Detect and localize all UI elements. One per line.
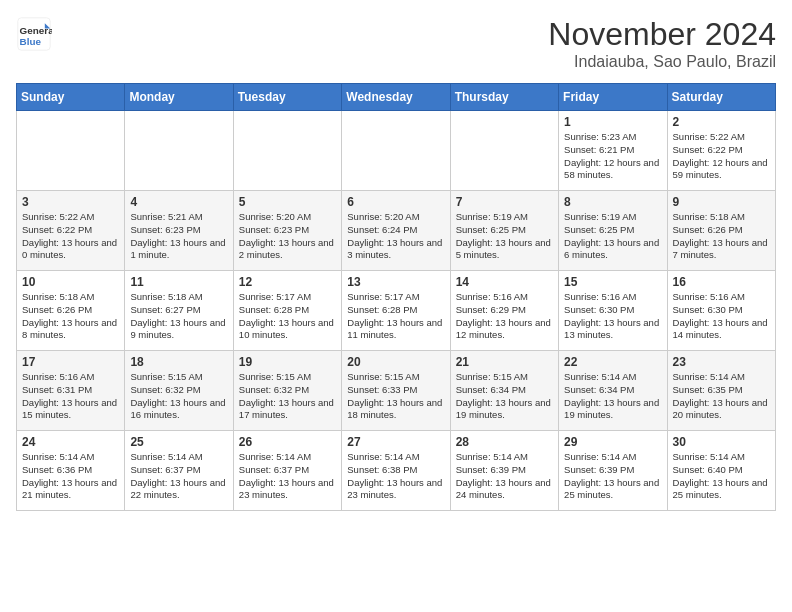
day-info: Sunrise: 5:14 AMSunset: 6:40 PMDaylight:… bbox=[673, 451, 770, 502]
day-number: 5 bbox=[239, 195, 336, 209]
cell-4-0: 24Sunrise: 5:14 AMSunset: 6:36 PMDayligh… bbox=[17, 431, 125, 511]
day-number: 3 bbox=[22, 195, 119, 209]
cell-2-4: 14Sunrise: 5:16 AMSunset: 6:29 PMDayligh… bbox=[450, 271, 558, 351]
cell-3-0: 17Sunrise: 5:16 AMSunset: 6:31 PMDayligh… bbox=[17, 351, 125, 431]
day-number: 10 bbox=[22, 275, 119, 289]
logo-icon: General Blue bbox=[16, 16, 52, 52]
day-number: 25 bbox=[130, 435, 227, 449]
day-number: 11 bbox=[130, 275, 227, 289]
day-number: 24 bbox=[22, 435, 119, 449]
day-number: 4 bbox=[130, 195, 227, 209]
day-info: Sunrise: 5:21 AMSunset: 6:23 PMDaylight:… bbox=[130, 211, 227, 262]
page-subtitle: Indaiauba, Sao Paulo, Brazil bbox=[548, 53, 776, 71]
cell-0-4 bbox=[450, 111, 558, 191]
day-number: 8 bbox=[564, 195, 661, 209]
cell-4-4: 28Sunrise: 5:14 AMSunset: 6:39 PMDayligh… bbox=[450, 431, 558, 511]
svg-text:Blue: Blue bbox=[20, 36, 42, 47]
day-number: 14 bbox=[456, 275, 553, 289]
cell-4-1: 25Sunrise: 5:14 AMSunset: 6:37 PMDayligh… bbox=[125, 431, 233, 511]
cell-2-6: 16Sunrise: 5:16 AMSunset: 6:30 PMDayligh… bbox=[667, 271, 775, 351]
day-number: 9 bbox=[673, 195, 770, 209]
day-number: 18 bbox=[130, 355, 227, 369]
day-info: Sunrise: 5:14 AMSunset: 6:36 PMDaylight:… bbox=[22, 451, 119, 502]
day-info: Sunrise: 5:22 AMSunset: 6:22 PMDaylight:… bbox=[22, 211, 119, 262]
cell-0-2 bbox=[233, 111, 341, 191]
week-row-0: 1Sunrise: 5:23 AMSunset: 6:21 PMDaylight… bbox=[17, 111, 776, 191]
day-info: Sunrise: 5:14 AMSunset: 6:37 PMDaylight:… bbox=[130, 451, 227, 502]
cell-2-2: 12Sunrise: 5:17 AMSunset: 6:28 PMDayligh… bbox=[233, 271, 341, 351]
day-number: 27 bbox=[347, 435, 444, 449]
day-number: 23 bbox=[673, 355, 770, 369]
cell-4-3: 27Sunrise: 5:14 AMSunset: 6:38 PMDayligh… bbox=[342, 431, 450, 511]
cell-0-5: 1Sunrise: 5:23 AMSunset: 6:21 PMDaylight… bbox=[559, 111, 667, 191]
day-info: Sunrise: 5:14 AMSunset: 6:38 PMDaylight:… bbox=[347, 451, 444, 502]
day-info: Sunrise: 5:15 AMSunset: 6:32 PMDaylight:… bbox=[130, 371, 227, 422]
day-number: 26 bbox=[239, 435, 336, 449]
week-row-3: 17Sunrise: 5:16 AMSunset: 6:31 PMDayligh… bbox=[17, 351, 776, 431]
day-info: Sunrise: 5:15 AMSunset: 6:34 PMDaylight:… bbox=[456, 371, 553, 422]
day-info: Sunrise: 5:14 AMSunset: 6:39 PMDaylight:… bbox=[564, 451, 661, 502]
day-info: Sunrise: 5:16 AMSunset: 6:30 PMDaylight:… bbox=[564, 291, 661, 342]
day-number: 21 bbox=[456, 355, 553, 369]
day-info: Sunrise: 5:22 AMSunset: 6:22 PMDaylight:… bbox=[673, 131, 770, 182]
day-info: Sunrise: 5:16 AMSunset: 6:31 PMDaylight:… bbox=[22, 371, 119, 422]
day-info: Sunrise: 5:19 AMSunset: 6:25 PMDaylight:… bbox=[564, 211, 661, 262]
week-row-1: 3Sunrise: 5:22 AMSunset: 6:22 PMDaylight… bbox=[17, 191, 776, 271]
week-row-2: 10Sunrise: 5:18 AMSunset: 6:26 PMDayligh… bbox=[17, 271, 776, 351]
cell-1-1: 4Sunrise: 5:21 AMSunset: 6:23 PMDaylight… bbox=[125, 191, 233, 271]
cell-1-5: 8Sunrise: 5:19 AMSunset: 6:25 PMDaylight… bbox=[559, 191, 667, 271]
day-number: 7 bbox=[456, 195, 553, 209]
day-number: 2 bbox=[673, 115, 770, 129]
day-info: Sunrise: 5:14 AMSunset: 6:35 PMDaylight:… bbox=[673, 371, 770, 422]
day-number: 16 bbox=[673, 275, 770, 289]
cell-0-3 bbox=[342, 111, 450, 191]
day-number: 1 bbox=[564, 115, 661, 129]
day-number: 22 bbox=[564, 355, 661, 369]
day-number: 13 bbox=[347, 275, 444, 289]
cell-3-1: 18Sunrise: 5:15 AMSunset: 6:32 PMDayligh… bbox=[125, 351, 233, 431]
day-number: 19 bbox=[239, 355, 336, 369]
logo: General Blue bbox=[16, 16, 52, 52]
header-saturday: Saturday bbox=[667, 84, 775, 111]
cell-4-6: 30Sunrise: 5:14 AMSunset: 6:40 PMDayligh… bbox=[667, 431, 775, 511]
cell-2-3: 13Sunrise: 5:17 AMSunset: 6:28 PMDayligh… bbox=[342, 271, 450, 351]
cell-3-3: 20Sunrise: 5:15 AMSunset: 6:33 PMDayligh… bbox=[342, 351, 450, 431]
header-sunday: Sunday bbox=[17, 84, 125, 111]
day-number: 15 bbox=[564, 275, 661, 289]
cell-2-0: 10Sunrise: 5:18 AMSunset: 6:26 PMDayligh… bbox=[17, 271, 125, 351]
day-info: Sunrise: 5:18 AMSunset: 6:26 PMDaylight:… bbox=[22, 291, 119, 342]
header-row: Sunday Monday Tuesday Wednesday Thursday… bbox=[17, 84, 776, 111]
cell-1-0: 3Sunrise: 5:22 AMSunset: 6:22 PMDaylight… bbox=[17, 191, 125, 271]
day-number: 20 bbox=[347, 355, 444, 369]
cell-1-4: 7Sunrise: 5:19 AMSunset: 6:25 PMDaylight… bbox=[450, 191, 558, 271]
day-number: 6 bbox=[347, 195, 444, 209]
cell-1-2: 5Sunrise: 5:20 AMSunset: 6:23 PMDaylight… bbox=[233, 191, 341, 271]
day-info: Sunrise: 5:20 AMSunset: 6:23 PMDaylight:… bbox=[239, 211, 336, 262]
header-thursday: Thursday bbox=[450, 84, 558, 111]
cell-3-6: 23Sunrise: 5:14 AMSunset: 6:35 PMDayligh… bbox=[667, 351, 775, 431]
day-info: Sunrise: 5:18 AMSunset: 6:27 PMDaylight:… bbox=[130, 291, 227, 342]
header-monday: Monday bbox=[125, 84, 233, 111]
cell-1-3: 6Sunrise: 5:20 AMSunset: 6:24 PMDaylight… bbox=[342, 191, 450, 271]
header-friday: Friday bbox=[559, 84, 667, 111]
day-info: Sunrise: 5:17 AMSunset: 6:28 PMDaylight:… bbox=[239, 291, 336, 342]
day-info: Sunrise: 5:16 AMSunset: 6:30 PMDaylight:… bbox=[673, 291, 770, 342]
cell-4-5: 29Sunrise: 5:14 AMSunset: 6:39 PMDayligh… bbox=[559, 431, 667, 511]
header-tuesday: Tuesday bbox=[233, 84, 341, 111]
week-row-4: 24Sunrise: 5:14 AMSunset: 6:36 PMDayligh… bbox=[17, 431, 776, 511]
page-title: November 2024 bbox=[548, 16, 776, 53]
day-info: Sunrise: 5:23 AMSunset: 6:21 PMDaylight:… bbox=[564, 131, 661, 182]
cell-2-5: 15Sunrise: 5:16 AMSunset: 6:30 PMDayligh… bbox=[559, 271, 667, 351]
day-info: Sunrise: 5:14 AMSunset: 6:37 PMDaylight:… bbox=[239, 451, 336, 502]
page-header: General Blue November 2024 Indaiauba, Sa… bbox=[16, 16, 776, 71]
cell-3-5: 22Sunrise: 5:14 AMSunset: 6:34 PMDayligh… bbox=[559, 351, 667, 431]
cell-1-6: 9Sunrise: 5:18 AMSunset: 6:26 PMDaylight… bbox=[667, 191, 775, 271]
day-info: Sunrise: 5:20 AMSunset: 6:24 PMDaylight:… bbox=[347, 211, 444, 262]
cell-2-1: 11Sunrise: 5:18 AMSunset: 6:27 PMDayligh… bbox=[125, 271, 233, 351]
day-number: 12 bbox=[239, 275, 336, 289]
header-wednesday: Wednesday bbox=[342, 84, 450, 111]
day-info: Sunrise: 5:19 AMSunset: 6:25 PMDaylight:… bbox=[456, 211, 553, 262]
cell-3-2: 19Sunrise: 5:15 AMSunset: 6:32 PMDayligh… bbox=[233, 351, 341, 431]
day-info: Sunrise: 5:17 AMSunset: 6:28 PMDaylight:… bbox=[347, 291, 444, 342]
cell-0-6: 2Sunrise: 5:22 AMSunset: 6:22 PMDaylight… bbox=[667, 111, 775, 191]
